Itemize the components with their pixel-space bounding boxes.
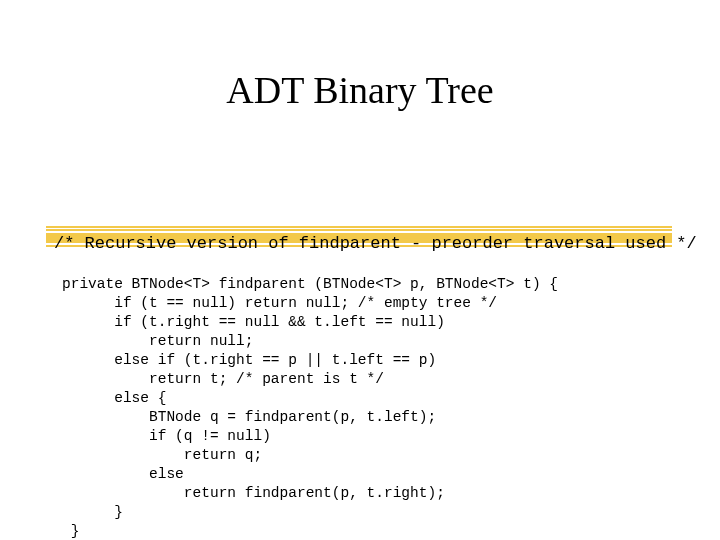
code-block: private BTNode<T> findparent (BTNode<T> … <box>62 275 558 541</box>
slide-title: ADT Binary Tree <box>0 68 720 112</box>
code-comment: /* Recursive version of findparent - pre… <box>54 234 697 253</box>
underline-stroke <box>46 226 672 228</box>
slide: ADT Binary Tree /* Recursive version of … <box>0 68 720 540</box>
underline-stroke <box>46 229 672 231</box>
